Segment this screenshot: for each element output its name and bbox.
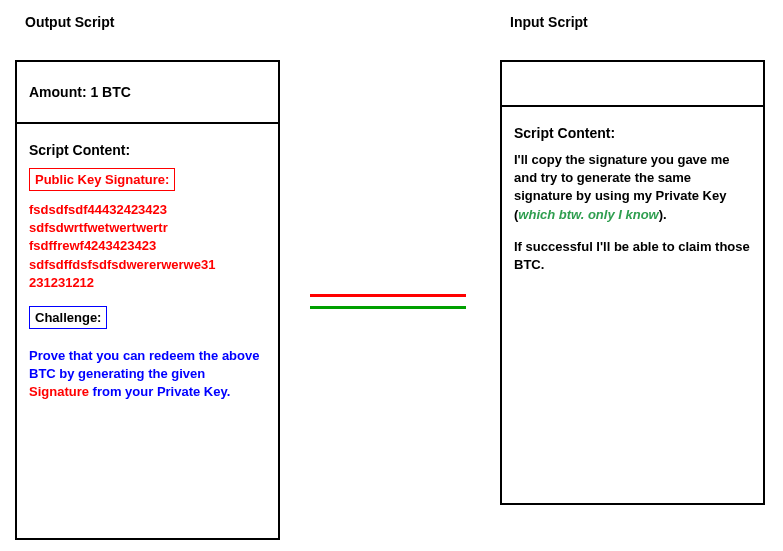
sig-line: 231231212 (29, 275, 94, 290)
challenge-text: Prove that you can redeem the above BTC … (29, 347, 266, 402)
output-script-content-label: Script Content: (29, 142, 266, 158)
output-script-panel: Amount: 1 BTC Script Content: Public Key… (15, 60, 280, 540)
p1-post: ). (659, 207, 667, 222)
input-panel-header (502, 62, 763, 107)
connector-line-red (310, 294, 466, 297)
challenge-signature-word: Signature (29, 384, 89, 399)
p1-italic: which btw. only I know (518, 207, 658, 222)
input-panel-body: Script Content: I'll copy the signature … (502, 107, 763, 286)
signature-text: fsdsdfsdf44432423423 sdfsdwrtfwetwertwer… (29, 201, 266, 292)
pubkey-signature-label: Public Key Signature: (29, 168, 175, 191)
output-panel-body: Script Content: Public Key Signature: fs… (17, 124, 278, 414)
amount-label: Amount: 1 BTC (29, 84, 131, 100)
input-script-content-label: Script Content: (514, 125, 751, 141)
sig-line: sdfsdwrtfwetwertwertr (29, 220, 168, 235)
output-script-title: Output Script (25, 14, 114, 30)
challenge-pre: Prove that you can redeem the above BTC … (29, 348, 259, 381)
input-script-title: Input Script (510, 14, 588, 30)
input-paragraph-1: I'll copy the signature you gave me and … (514, 151, 751, 224)
output-panel-header: Amount: 1 BTC (17, 62, 278, 124)
sig-line: fsdffrewf4243423423 (29, 238, 156, 253)
input-script-panel: Script Content: I'll copy the signature … (500, 60, 765, 505)
sig-line: fsdsdfsdf44432423423 (29, 202, 167, 217)
sig-line: sdfsdffdsfsdfsdwererwerwe31 (29, 257, 215, 272)
input-paragraph-2: If successful I'll be able to claim thos… (514, 238, 751, 274)
challenge-post: from your Private Key. (93, 384, 231, 399)
connector-line-green (310, 306, 466, 309)
challenge-label: Challenge: (29, 306, 107, 329)
